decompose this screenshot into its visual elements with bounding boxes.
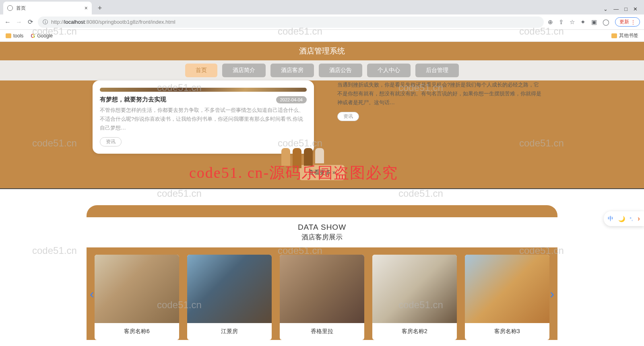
- folder-icon: [611, 33, 617, 38]
- room-carousel: ‹ 客房名称6 江景房 香格里拉 客房名称2 客房名称3 ›: [87, 247, 557, 340]
- news-desc: 不管你想要怎样的生活，你都要去努力争取，不多尝试一些事情怎么知道自己适合什么、不…: [100, 106, 307, 132]
- close-icon[interactable]: ×: [85, 5, 88, 11]
- news-tag[interactable]: 资讯: [100, 137, 122, 146]
- star-icon[interactable]: ☆: [570, 19, 575, 26]
- url-input[interactable]: ⓘ http://localhost:8080/springbootb1g8z/…: [38, 16, 544, 28]
- info-icon: ⓘ: [43, 19, 48, 26]
- nav-admin[interactable]: 后台管理: [415, 64, 459, 77]
- decoration-bars: [281, 148, 324, 168]
- minimize-icon[interactable]: —: [613, 6, 619, 12]
- room-card[interactable]: 江景房: [187, 255, 272, 340]
- data-show-title-cn: 酒店客房展示: [87, 233, 557, 242]
- room-card[interactable]: 客房名称2: [372, 255, 457, 340]
- news-tag[interactable]: 资讯: [337, 112, 359, 121]
- room-image: [465, 255, 549, 323]
- room-name: 香格里拉: [280, 323, 364, 340]
- address-bar: ← → ⟳ ⓘ http://localhost:8080/springboot…: [0, 14, 644, 30]
- nav-intro[interactable]: 酒店简介: [222, 64, 266, 77]
- page-content: 酒店管理系统 首页 酒店简介 酒店客房 酒店公告 个人中心 后台管理 有梦想，就…: [0, 42, 644, 340]
- extensions-icon[interactable]: ✦: [580, 19, 586, 26]
- room-card[interactable]: 客房名称6: [95, 255, 179, 340]
- data-show-title-en: DATA SHOW: [87, 223, 557, 232]
- folder-icon: [6, 33, 11, 38]
- bookmark-tools[interactable]: tools: [6, 33, 23, 39]
- close-window-icon[interactable]: ✕: [633, 6, 638, 12]
- back-icon[interactable]: ←: [4, 19, 11, 26]
- nav-rooms[interactable]: 酒店客房: [270, 64, 314, 77]
- side-panel-icon[interactable]: ▣: [591, 19, 597, 26]
- ime-widget[interactable]: 中 🌙 °, ›: [604, 211, 644, 226]
- chevron-down-icon[interactable]: ⌄: [603, 6, 608, 12]
- room-card[interactable]: 客房名称3: [465, 255, 549, 340]
- tab-title: 首页: [16, 5, 26, 12]
- room-name: 客房名称2: [372, 323, 457, 340]
- carousel-next-icon[interactable]: ›: [550, 286, 554, 301]
- news-desc: 当遇到挫折或失败，你是看见失败还是看见机会?挫折是我们每个人成长的必经之路，它不…: [337, 80, 544, 107]
- chevron-right-icon[interactable]: ›: [638, 214, 640, 223]
- main-nav: 首页 酒店简介 酒店客房 酒店公告 个人中心 后台管理: [0, 60, 644, 80]
- new-tab-button[interactable]: +: [94, 2, 105, 14]
- site-title: 酒店管理系统: [0, 42, 644, 60]
- carousel-prev-icon[interactable]: ‹: [90, 286, 94, 301]
- news-section: 有梦想，就要努力去实现 2022-04-04 不管你想要怎样的生活，你都要去努力…: [0, 80, 644, 188]
- nav-profile[interactable]: 个人中心: [367, 64, 411, 77]
- room-image: [95, 255, 179, 323]
- bookmarks-bar: tools GGoogle 其他书签: [0, 30, 644, 42]
- forward-icon[interactable]: →: [15, 19, 23, 26]
- moon-icon[interactable]: 🌙: [618, 216, 625, 222]
- zoom-icon[interactable]: ⊕: [548, 19, 553, 26]
- news-title: 有梦想，就要努力去实现 2022-04-04: [100, 96, 307, 103]
- url-text: http://localhost:8080/springbootb1g8z/fr…: [51, 19, 175, 25]
- maximize-icon[interactable]: □: [624, 6, 627, 12]
- browser-tab[interactable]: 首页 ×: [3, 2, 92, 14]
- settings-icon[interactable]: °,: [630, 216, 633, 221]
- share-icon[interactable]: ⇪: [559, 19, 564, 26]
- nav-notice[interactable]: 酒店公告: [319, 64, 362, 77]
- room-image: [280, 255, 364, 323]
- date-badge: 2022-04-04: [276, 96, 307, 103]
- globe-icon: [7, 5, 13, 11]
- nav-home[interactable]: 首页: [185, 64, 217, 77]
- browser-tab-strip: 首页 × + ⌄ — □ ✕: [0, 0, 644, 14]
- data-show-section: DATA SHOW 酒店客房展示 ‹ 客房名称6 江景房 香格里拉 客房名称2 …: [0, 189, 644, 340]
- news-card[interactable]: 有梦想，就要努力去实现 2022-04-04 不管你想要怎样的生活，你都要去努力…: [93, 80, 314, 154]
- window-controls: ⌄ — □ ✕: [603, 6, 641, 14]
- bookmark-google[interactable]: GGoogle: [31, 33, 53, 39]
- news-card[interactable]: 当遇到挫折或失败，你是看见失败还是看见机会?挫折是我们每个人成长的必经之路，它不…: [330, 80, 551, 154]
- room-card[interactable]: 香格里拉: [280, 255, 364, 340]
- reload-icon[interactable]: ⟳: [27, 19, 34, 26]
- google-icon: G: [31, 33, 35, 39]
- room-name: 客房名称6: [95, 323, 179, 340]
- update-button[interactable]: 更新 ⋮: [615, 17, 640, 27]
- room-image: [187, 255, 272, 323]
- profile-icon[interactable]: ◯: [603, 19, 609, 26]
- room-name: 客房名称3: [465, 323, 549, 340]
- data-show-header: DATA SHOW 酒店客房展示: [87, 217, 557, 247]
- room-image: [372, 255, 457, 323]
- bookmark-other[interactable]: 其他书签: [611, 32, 638, 39]
- lang-indicator[interactable]: 中: [608, 215, 613, 222]
- news-image: [100, 88, 307, 92]
- room-name: 江景房: [187, 323, 272, 340]
